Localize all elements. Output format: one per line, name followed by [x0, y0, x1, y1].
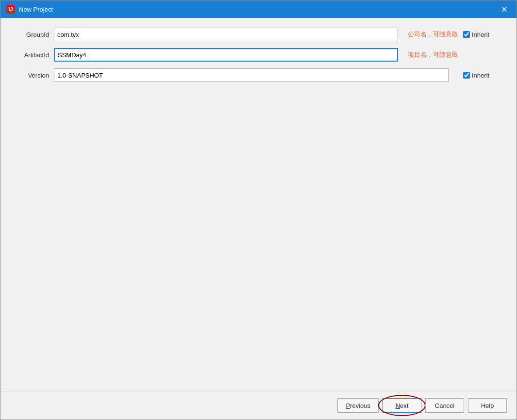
- new-project-dialog: IJ New Project ✕ GroupId 公司名，可随意取 Inheri…: [0, 0, 517, 420]
- app-icon: IJ: [6, 5, 15, 14]
- group-id-label: GroupId: [10, 31, 49, 38]
- group-id-input[interactable]: [54, 28, 398, 41]
- group-id-inherit-checkbox[interactable]: [463, 31, 470, 38]
- previous-button[interactable]: Previous: [337, 398, 379, 413]
- dialog-title: New Project: [19, 6, 497, 13]
- version-inherit-label: Inherit: [472, 72, 489, 79]
- dialog-body: GroupId 公司名，可随意取 Inherit ArtifactId 项目名，…: [0, 18, 517, 391]
- group-id-inherit-label: Inherit: [472, 31, 489, 38]
- form-area: GroupId 公司名，可随意取 Inherit ArtifactId 项目名，…: [10, 28, 507, 82]
- group-id-inherit: Inherit: [463, 31, 507, 38]
- version-inherit: Inherit: [463, 72, 507, 79]
- close-button[interactable]: ✕: [497, 2, 511, 16]
- version-inherit-checkbox[interactable]: [463, 72, 470, 79]
- title-bar: IJ New Project ✕: [0, 0, 517, 18]
- artifact-id-label: ArtifactId: [10, 51, 49, 59]
- next-button[interactable]: Next: [383, 398, 421, 413]
- artifact-id-hint: 项目名，可随意取: [408, 50, 458, 59]
- bottom-bar: Previous Next Cancel Help: [0, 391, 517, 420]
- version-input[interactable]: [54, 68, 449, 82]
- version-label: Version: [10, 72, 49, 79]
- cancel-button[interactable]: Cancel: [425, 398, 464, 413]
- group-id-row: GroupId 公司名，可随意取 Inherit: [10, 28, 507, 41]
- artifact-id-input[interactable]: [54, 48, 398, 62]
- help-button[interactable]: Help: [468, 398, 507, 413]
- group-id-hint: 公司名，可随意取: [408, 30, 458, 39]
- artifact-id-row: ArtifactId 项目名，可随意取 Inherit: [10, 48, 507, 62]
- version-row: Version Inherit: [10, 68, 507, 82]
